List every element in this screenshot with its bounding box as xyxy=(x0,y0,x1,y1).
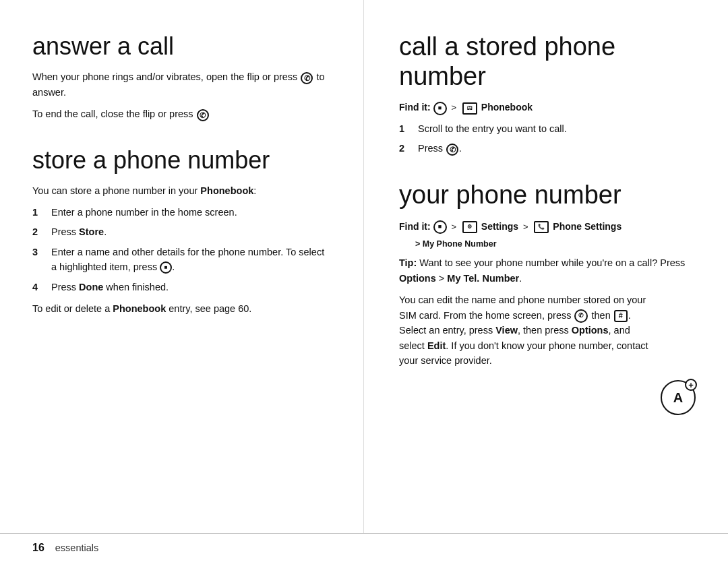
your-number-body: You can edit the name and phone number s… xyxy=(399,292,696,368)
call-stored-steps: 1 Scroll to the entry you want to call. … xyxy=(399,122,696,157)
call-icon: ✆ xyxy=(446,144,458,156)
section-answer-call: answer a call When your phone rings and/… xyxy=(32,32,331,122)
phone-answer-icon: ✆ xyxy=(301,72,313,84)
badge-plus-icon: + xyxy=(685,379,697,391)
call-stored-step-1: 1 Scroll to the entry you want to call. xyxy=(399,122,696,137)
accessibility-badge: A + xyxy=(661,380,696,415)
tip-paragraph: Tip: Want to see your phone number while… xyxy=(399,255,696,286)
accessibility-badge-wrapper: A + xyxy=(399,375,696,415)
call-stored-title: call a stored phone number xyxy=(399,32,696,91)
section-store-number: store a phone number You can store a pho… xyxy=(32,146,331,317)
badge-circle: A + xyxy=(661,380,696,415)
nav-center-icon2: ■ xyxy=(433,220,447,234)
store-step-2: 2 Press Store. xyxy=(32,225,331,240)
section-label: essentials xyxy=(55,542,98,553)
store-number-title: store a phone number xyxy=(32,146,331,174)
send-icon2: ✆ xyxy=(574,309,588,323)
phonebook-icon: 🕮 xyxy=(462,102,477,115)
answer-call-para2: To end the call, close the flip or press… xyxy=(32,106,331,121)
section-your-phone-number: your phone number Find it: ■ > ⚙ Setting… xyxy=(399,181,696,415)
nav-center-icon-small: ■ xyxy=(160,261,172,274)
answer-call-title: answer a call xyxy=(32,32,331,60)
phone-settings-icon: 📞 xyxy=(534,221,549,233)
store-step-4: 4 Press Done when finished. xyxy=(32,280,331,295)
end-call-icon: ✆ xyxy=(197,109,209,121)
store-steps-list: 1 Enter a phone number in the home scree… xyxy=(32,206,331,295)
call-stored-step-2: 2 Press ✆. xyxy=(399,142,696,156)
page: answer a call When your phone rings and/… xyxy=(0,0,728,562)
footer: 16 essentials xyxy=(0,533,728,562)
call-stored-find-it: Find it: ■ > 🕮 Phonebook xyxy=(399,100,696,115)
store-outro: To edit or delete a Phonebook entry, see… xyxy=(32,301,331,316)
answer-call-para1: When your phone rings and/or vibrates, o… xyxy=(32,69,331,100)
page-number: 16 xyxy=(32,542,44,554)
nav-center-icon: ■ xyxy=(433,102,447,115)
right-column: call a stored phone number Find it: ■ > … xyxy=(364,0,728,533)
left-column: answer a call When your phone rings and/… xyxy=(0,0,364,533)
hash-icon: # xyxy=(614,310,628,322)
section-call-stored: call a stored phone number Find it: ■ > … xyxy=(399,32,696,156)
your-phone-number-title: your phone number xyxy=(399,181,696,210)
store-intro: You can store a phone number in your Pho… xyxy=(32,183,331,198)
store-step-3: 3 Enter a name and other details for the… xyxy=(32,245,331,275)
my-phone-number-label: > My Phone Number xyxy=(415,239,696,249)
your-number-find-it: Find it: ■ > ⚙ Settings > 📞 Phone Settin… xyxy=(399,220,696,234)
store-step-1: 1 Enter a phone number in the home scree… xyxy=(32,206,331,220)
settings-icon: ⚙ xyxy=(462,221,477,233)
